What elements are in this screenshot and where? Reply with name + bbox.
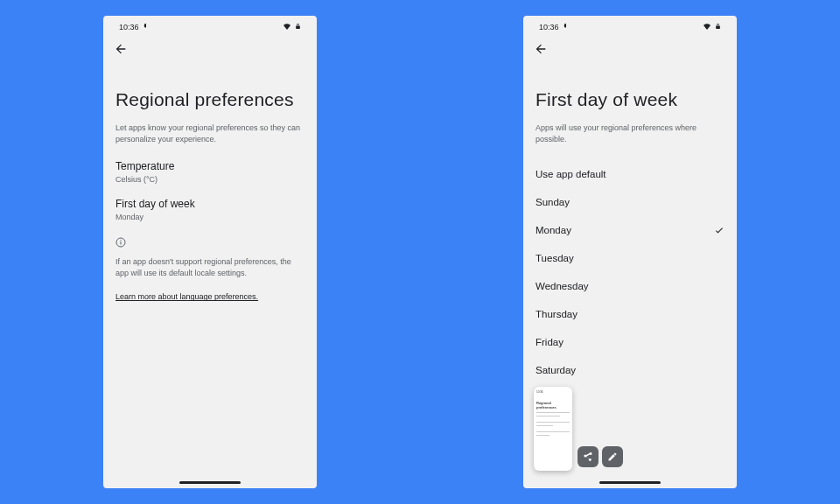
option-monday[interactable]: Monday [536, 216, 724, 244]
phone-regional-preferences: 10:36 Regional preferences Let apps know… [103, 16, 317, 488]
pref-temperature-value: Celsius (°C) [116, 175, 304, 184]
svg-rect-1 [121, 240, 122, 241]
page-title: First day of week [536, 89, 724, 110]
info-icon [116, 235, 304, 251]
status-time: 10:36 [119, 23, 139, 32]
pref-temperature-label: Temperature [116, 160, 304, 172]
info-text: If an app doesn't support regional prefe… [116, 256, 304, 278]
share-button[interactable] [578, 446, 598, 467]
gesture-bar[interactable] [179, 481, 241, 484]
option-label: Sunday [536, 197, 570, 207]
option-label: Tuesday [536, 253, 574, 263]
page-subtitle: Let apps know your regional preferences … [116, 122, 304, 144]
wifi-icon [283, 23, 291, 32]
option-label: Monday [536, 225, 571, 235]
option-wednesday[interactable]: Wednesday [536, 272, 724, 300]
pref-firstday-label: First day of week [116, 198, 304, 210]
page-title: Regional preferences [116, 89, 304, 110]
screenshot-thumbnail[interactable]: 10:36 Regional preferences [534, 387, 572, 471]
screenshot-preview: 10:36 Regional preferences [534, 387, 623, 471]
option-label: Thursday [536, 309, 578, 319]
option-saturday[interactable]: Saturday [536, 356, 724, 384]
status-bar: 10:36 [523, 16, 737, 35]
wifi-icon [703, 23, 711, 32]
option-tuesday[interactable]: Tuesday [536, 244, 724, 272]
page-subtitle: Apps will use your regional preferences … [536, 122, 724, 144]
option-label: Friday [536, 337, 564, 347]
lock-icon [715, 23, 721, 32]
back-icon[interactable] [114, 42, 306, 56]
option-friday[interactable]: Friday [536, 328, 724, 356]
status-bar: 10:36 [103, 16, 317, 35]
option-sunday[interactable]: Sunday [536, 188, 724, 216]
phone-first-day-of-week: 10:36 First day of week Apps will use yo… [523, 16, 737, 488]
mute-icon [563, 23, 570, 32]
edit-button[interactable] [602, 446, 623, 467]
back-icon[interactable] [534, 42, 726, 56]
option-label: Saturday [536, 365, 576, 375]
options-list: Use app defaultSundayMondayTuesdayWednes… [536, 160, 724, 384]
status-time: 10:36 [539, 23, 559, 32]
option-label: Use app default [536, 169, 606, 179]
pref-firstday[interactable]: First day of week Monday [116, 198, 304, 221]
thumb-title: Regional preferences [536, 401, 570, 410]
lock-icon [295, 23, 301, 32]
pref-firstday-value: Monday [116, 213, 304, 221]
learn-more-link[interactable]: Learn more about language preferences. [116, 292, 258, 301]
check-icon [714, 225, 724, 235]
pref-temperature[interactable]: Temperature Celsius (°C) [116, 160, 304, 184]
mute-icon [143, 23, 150, 32]
option-label: Wednesday [536, 281, 589, 291]
svg-rect-0 [121, 242, 122, 245]
option-thursday[interactable]: Thursday [536, 300, 724, 328]
gesture-bar[interactable] [599, 481, 661, 484]
option-use-app-default[interactable]: Use app default [536, 160, 724, 188]
